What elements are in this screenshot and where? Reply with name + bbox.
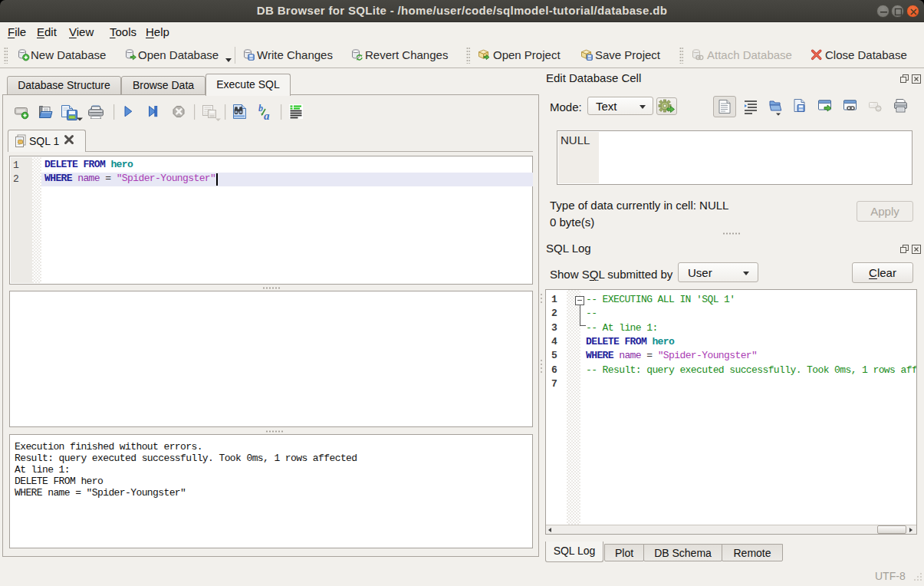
svg-text:a: a bbox=[264, 110, 270, 122]
svg-text:b: b bbox=[258, 103, 263, 114]
